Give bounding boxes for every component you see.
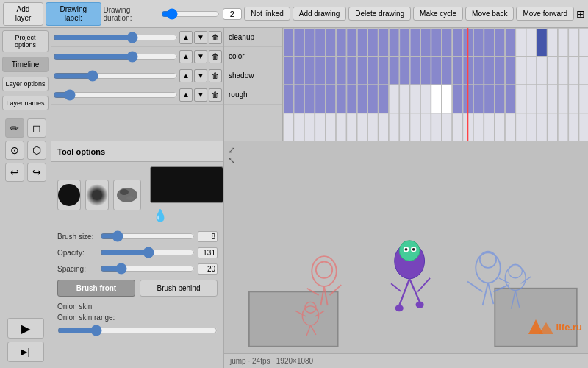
- tool-options-header: Tool options: [51, 141, 223, 162]
- svg-point-20: [412, 248, 415, 251]
- onion-range-slider[interactable]: [57, 325, 218, 336]
- svg-point-34: [509, 264, 523, 278]
- svg-point-16: [399, 241, 420, 261]
- brush-circle-icon: [58, 184, 80, 206]
- svg-marker-40: [539, 322, 553, 334]
- shadow-opacity-slider[interactable]: [53, 71, 178, 81]
- right-area: cleanup color shadow rough ⤢⤡: [224, 28, 588, 368]
- eyedropper-button[interactable]: 💧: [151, 206, 169, 224]
- brush-size-slider[interactable]: [100, 230, 195, 242]
- spacing-label: Spacing:: [57, 265, 97, 273]
- color-up-arrow[interactable]: ▲: [179, 50, 193, 63]
- shadow-delete[interactable]: 🗑: [209, 69, 222, 82]
- fill-tool[interactable]: ⬡: [27, 141, 46, 160]
- move-forward-button[interactable]: Move forward: [516, 7, 574, 21]
- svg-point-26: [416, 301, 424, 308]
- layer-row-cleanup: ▲ ▼ 🗑: [51, 28, 223, 47]
- drawing-label-button[interactable]: Drawing label:: [46, 2, 101, 26]
- move-back-button[interactable]: Move back: [465, 7, 514, 21]
- layer-options-button[interactable]: Layer options: [2, 77, 49, 91]
- rough-up-arrow[interactable]: ▲: [179, 88, 193, 102]
- color-delete[interactable]: 🗑: [209, 50, 222, 63]
- duration-slider[interactable]: [161, 8, 220, 20]
- layer-row-rough: ▲ ▼ 🗑: [51, 85, 223, 105]
- pencil-tool[interactable]: ✏: [5, 118, 24, 138]
- brush-front-button[interactable]: Brush front: [57, 280, 135, 297]
- opacity-slider[interactable]: [100, 247, 195, 258]
- project-options-button[interactable]: Project options: [2, 30, 49, 52]
- svg-point-25: [395, 305, 404, 311]
- status-info: jump · 24fps · 1920×1080: [230, 357, 313, 365]
- brush-presets-area: 💧: [51, 162, 223, 228]
- brush-preset-circle[interactable]: [57, 180, 81, 210]
- layer-name-rough: rough: [224, 85, 282, 105]
- add-drawing-button[interactable]: Add drawing: [293, 7, 347, 21]
- opacity-value: 131: [198, 247, 218, 258]
- not-linked-button[interactable]: Not linked: [244, 7, 290, 21]
- shadow-up-arrow[interactable]: ▲: [179, 69, 193, 82]
- eraser-tool[interactable]: ◻: [27, 118, 46, 138]
- rough-opacity-slider[interactable]: [53, 90, 178, 100]
- brush-mode-buttons: Brush front Brush behind: [51, 277, 223, 300]
- left-sidebar: Project options Timeline Layer options L…: [0, 28, 51, 368]
- redo-button[interactable]: ↪: [27, 163, 46, 182]
- delete-drawing-button[interactable]: Delete drawing: [348, 7, 411, 21]
- color-preview[interactable]: [150, 166, 223, 203]
- layer-name-color: color: [224, 47, 282, 66]
- onion-skin-label: Onion skin: [57, 302, 92, 311]
- color-down-arrow[interactable]: ▼: [194, 50, 207, 63]
- shadow-down-arrow[interactable]: ▼: [194, 69, 207, 82]
- layer-names-panel: cleanup color shadow rough: [224, 28, 283, 141]
- svg-point-19: [405, 248, 408, 251]
- brush-behind-button[interactable]: Brush behind: [140, 280, 218, 297]
- svg-line-37: [499, 278, 510, 283]
- layer-sliders-area: ▲ ▼ 🗑 ▲ ▼ 🗑 ▲ ▼ 🗑 ▲: [51, 28, 223, 141]
- layer-row-shadow: ▲ ▼ 🗑: [51, 66, 223, 85]
- onion-skin-section: Onion skin Onion skin range:: [51, 300, 223, 341]
- svg-point-8: [316, 262, 332, 278]
- tool-options-label: Tool options: [57, 147, 105, 156]
- lasso-tool[interactable]: ⊙: [5, 141, 24, 160]
- canvas-drawing-area[interactable]: ⤢⤡: [224, 141, 588, 353]
- tool-icons-area: ✏ ◻ ⊙ ⬡ ↩ ↪: [0, 116, 51, 185]
- brush-soft-icon: [86, 184, 108, 206]
- drawing-duration-control: Drawing duration: 2: [104, 6, 243, 22]
- watermark-logo-svg: [526, 316, 555, 337]
- cleanup-down-arrow[interactable]: ▼: [194, 31, 207, 44]
- brush-preset-texture[interactable]: [113, 180, 141, 210]
- playback-controls: ▶ ▶|: [0, 318, 51, 368]
- play-forward-button[interactable]: ▶|: [7, 342, 44, 362]
- expand-icon[interactable]: ⊞: [576, 8, 585, 20]
- color-opacity-slider[interactable]: [53, 52, 178, 62]
- top-toolbar: Add layer Drawing label: Drawing duratio…: [0, 0, 588, 28]
- cleanup-up-arrow[interactable]: ▲: [179, 31, 193, 44]
- play-button[interactable]: ▶: [7, 318, 44, 339]
- tool-row-1: ✏ ◻: [5, 118, 46, 138]
- timeline-button[interactable]: Timeline: [2, 57, 49, 72]
- svg-line-24: [417, 278, 430, 292]
- spacing-slider[interactable]: [100, 263, 195, 275]
- layer-names-button[interactable]: Layer names: [2, 96, 49, 110]
- cleanup-delete[interactable]: 🗑: [209, 31, 222, 44]
- character-purple: [391, 241, 430, 312]
- drawing-duration-label: Drawing duration:: [104, 6, 158, 22]
- brush-size-value: 8: [198, 231, 218, 242]
- brush-preset-soft[interactable]: [85, 180, 109, 210]
- svg-line-29: [483, 283, 488, 305]
- cleanup-opacity-slider[interactable]: [53, 32, 178, 43]
- add-layer-button[interactable]: Add layer: [3, 2, 43, 26]
- rough-delete[interactable]: 🗑: [209, 88, 222, 102]
- opacity-label: Opacity:: [57, 249, 97, 257]
- svg-point-2: [126, 196, 134, 200]
- timeline-grid[interactable]: [283, 28, 588, 141]
- undo-button[interactable]: ↩: [5, 163, 24, 182]
- timeline-canvas[interactable]: [283, 28, 588, 141]
- duration-value: 2: [223, 8, 243, 20]
- tool-row-3: ↩ ↪: [5, 163, 46, 182]
- brush-size-label: Brush size:: [57, 233, 97, 241]
- rough-down-arrow[interactable]: ▼: [194, 88, 207, 102]
- brush-size-row: Brush size: 8: [51, 228, 223, 244]
- layer-row-color: ▲ ▼ 🗑: [51, 47, 223, 66]
- svg-point-1: [120, 189, 129, 195]
- make-cycle-button[interactable]: Make cycle: [413, 7, 463, 21]
